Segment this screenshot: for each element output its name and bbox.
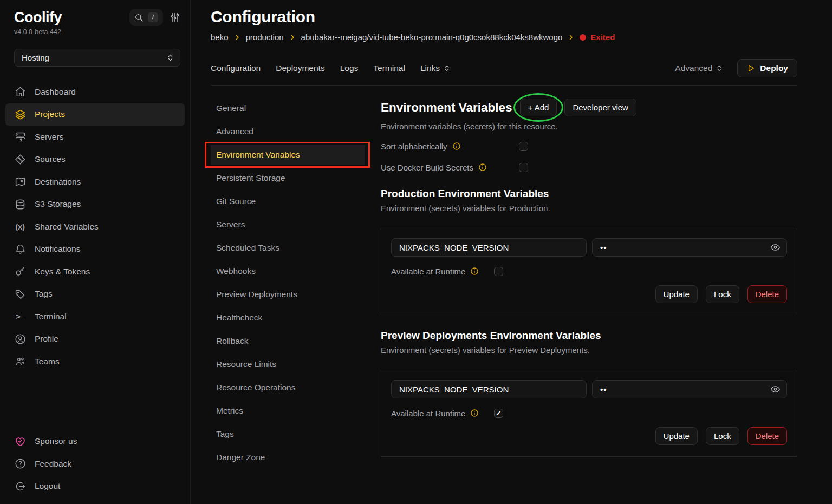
tab-logs[interactable]: Logs (340, 63, 359, 73)
preview-section-title: Preview Deployments Environment Variable… (381, 330, 797, 342)
subnav-item-scheduled-tasks[interactable]: Scheduled Tasks (211, 238, 365, 258)
tab-links[interactable]: Links (420, 63, 451, 73)
heart-icon (14, 435, 26, 447)
status-dot-icon (580, 34, 586, 41)
sidebar-item-tags[interactable]: Tags (5, 283, 185, 306)
sidebar-item-s3-storages[interactable]: S3 Storages (5, 193, 185, 216)
delete-button[interactable]: Delete (748, 285, 787, 303)
subnav-item-metrics[interactable]: Metrics (211, 401, 365, 421)
chevron-right-icon (234, 34, 240, 41)
sidebar-footer: Sponsor us Feedback Logout (0, 430, 190, 504)
sort-alphabetically-checkbox[interactable] (519, 142, 528, 151)
update-button[interactable]: Update (655, 427, 698, 445)
tab-terminal[interactable]: Terminal (373, 63, 405, 73)
subnav-item-persistent-storage[interactable]: Persistent Storage (211, 168, 365, 188)
subnav-item-servers[interactable]: Servers (211, 215, 365, 234)
sidebar-item-label: S3 Storages (35, 199, 81, 209)
available-at-runtime-checkbox[interactable] (494, 267, 503, 276)
sidebar-item-logout[interactable]: Logout (5, 475, 185, 498)
sidebar-item-sponsor[interactable]: Sponsor us (5, 430, 185, 453)
sidebar-item-label: Teams (35, 357, 60, 366)
sidebar-item-profile[interactable]: Profile (5, 328, 185, 351)
layers-icon (14, 108, 26, 120)
sidebar-nav: Dashboard Projects Servers Sources Desti… (0, 81, 190, 373)
key-icon (14, 266, 26, 278)
subnav-item-environment-variables[interactable]: Environment Variables (211, 145, 365, 165)
update-button[interactable]: Update (655, 285, 698, 303)
terminal-icon: >_ (14, 311, 26, 323)
environment-variables-panel: Environment Variables + Add Developer vi… (381, 99, 797, 471)
subnav-item-tags[interactable]: Tags (211, 424, 365, 444)
advanced-select[interactable]: Advanced (675, 63, 723, 73)
sidebar-item-label: Sponsor us (35, 436, 77, 446)
page-title: Configuration (211, 8, 797, 26)
subnav-item-advanced[interactable]: Advanced (211, 122, 365, 141)
developer-view-button[interactable]: Developer view (564, 99, 636, 116)
tab-configuration[interactable]: Configuration (211, 63, 261, 73)
production-section-title: Production Environment Variables (381, 188, 797, 200)
logout-icon (14, 480, 26, 492)
sidebar-item-label: Sources (35, 154, 66, 164)
chevron-up-down-icon (166, 54, 174, 62)
sidebar-item-terminal[interactable]: >_ Terminal (5, 305, 185, 328)
chevron-up-down-icon (443, 64, 451, 72)
sidebar-item-teams[interactable]: Teams (5, 350, 185, 373)
advanced-select-label: Advanced (675, 63, 712, 73)
tab-deployments[interactable]: Deployments (276, 63, 324, 73)
subnav-item-git-source[interactable]: Git Source (211, 192, 365, 211)
lock-button[interactable]: Lock (706, 427, 739, 445)
workspace-select[interactable]: Hosting (14, 49, 180, 67)
search-button[interactable]: / (129, 9, 163, 26)
delete-button[interactable]: Delete (748, 427, 787, 445)
sliders-icon (170, 12, 180, 23)
variable-name-input[interactable] (391, 238, 587, 257)
sidebar-item-label: Dashboard (35, 87, 76, 97)
chevron-right-icon (289, 34, 296, 41)
sidebar-item-servers[interactable]: Servers (5, 126, 185, 148)
variable-value-input[interactable] (592, 238, 787, 257)
breadcrumb-environment[interactable]: production (246, 32, 284, 42)
subnav-item-general[interactable]: General (211, 99, 365, 118)
variable-name-input[interactable] (391, 380, 587, 398)
info-icon (452, 142, 461, 150)
variable-value-input[interactable] (592, 380, 787, 398)
sidebar-item-label: Shared Variables (35, 222, 99, 232)
subnav-item-danger-zone[interactable]: Danger Zone (211, 448, 365, 467)
sidebar-item-dashboard[interactable]: Dashboard (5, 81, 185, 103)
add-variable-button[interactable]: + Add (520, 99, 557, 116)
subnav-item-resource-operations[interactable]: Resource Operations (211, 378, 365, 397)
settings-sliders-button[interactable] (170, 12, 180, 23)
available-at-runtime-checkbox[interactable] (494, 409, 503, 418)
server-icon (14, 131, 26, 143)
status-badge: Exited (580, 32, 615, 42)
breadcrumb-team[interactable]: beko (211, 32, 229, 42)
main-content: Configuration beko production abubakar--… (191, 0, 832, 471)
eye-icon[interactable] (770, 384, 781, 395)
chevron-right-icon (568, 34, 574, 41)
subnav-item-healthcheck[interactable]: Healthcheck (211, 308, 365, 328)
sidebar-item-projects[interactable]: Projects (5, 103, 185, 126)
deploy-button[interactable]: Deploy (737, 59, 797, 77)
lock-button[interactable]: Lock (706, 285, 739, 303)
sidebar-item-notifications[interactable]: Notifications (5, 238, 185, 261)
app-version: v4.0.0-beta.442 (0, 28, 190, 36)
sidebar-item-label: Profile (35, 334, 58, 344)
sidebar-item-shared-variables[interactable]: (x) Shared Variables (5, 215, 185, 238)
sidebar-item-keys-tokens[interactable]: Keys & Tokens (5, 260, 185, 283)
sidebar-item-sources[interactable]: Sources (5, 148, 185, 171)
tab-bar: Configuration Deployments Logs Terminal … (211, 59, 797, 86)
sidebar-item-feedback[interactable]: Feedback (5, 453, 185, 475)
sidebar-item-destinations[interactable]: Destinations (5, 171, 185, 193)
help-icon (14, 458, 26, 470)
subnav-item-webhooks[interactable]: Webhooks (211, 261, 365, 281)
available-at-runtime-label: Available at Runtime (391, 409, 465, 418)
app-logo: Coolify (14, 9, 62, 26)
subnav-item-rollback[interactable]: Rollback (211, 331, 365, 351)
preview-section-description: Environment (secrets) variables for Prev… (381, 345, 797, 355)
subnav-item-resource-limits[interactable]: Resource Limits (211, 355, 365, 374)
eye-icon[interactable] (770, 243, 781, 253)
subnav-item-preview-deployments[interactable]: Preview Deployments (211, 285, 365, 304)
production-section-description: Environment (secrets) variables for Prod… (381, 204, 797, 213)
docker-build-secrets-checkbox[interactable] (519, 163, 528, 172)
breadcrumb-resource[interactable]: abubakar--meigag/vid-tube-beko-pro:main-… (301, 32, 563, 42)
